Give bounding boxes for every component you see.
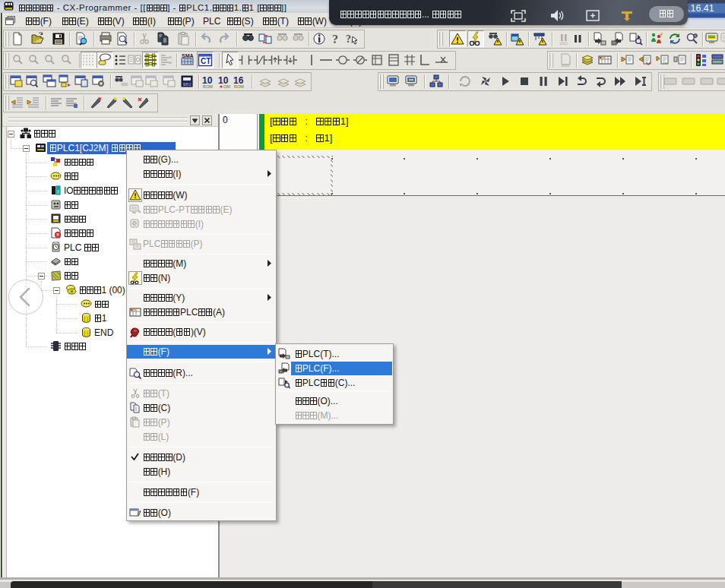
svg-text:1001: 1001 bbox=[561, 63, 569, 68]
svg-text:?: ? bbox=[346, 33, 351, 45]
svg-text:1001: 1001 bbox=[559, 41, 568, 46]
svg-text:OM: OM bbox=[223, 84, 230, 89]
svg-text:CT: CT bbox=[201, 57, 211, 65]
svg-text:?: ? bbox=[332, 33, 338, 46]
svg-text:ROM: ROM bbox=[203, 84, 213, 89]
svg-text:BR2: BR2 bbox=[183, 82, 192, 87]
svg-text:SMA: SMA bbox=[182, 53, 194, 58]
svg-text:ROM: ROM bbox=[234, 84, 244, 89]
